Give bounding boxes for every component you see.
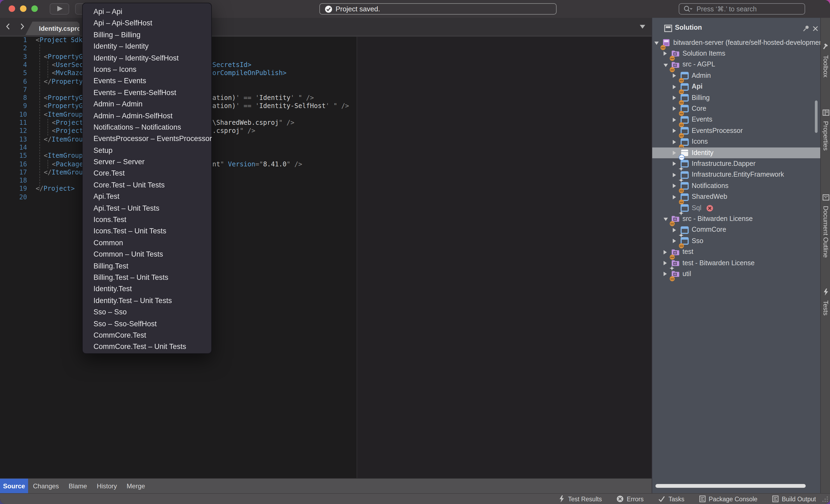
tab-history[interactable]: History [92, 479, 122, 493]
tree-item-bitwarden-server-feature-self-hosted-development[interactable]: bitwarden-server (feature/self-hosted-de… [652, 37, 820, 48]
expand-arrow-icon[interactable] [664, 250, 667, 254]
close-panel-icon[interactable] [812, 25, 819, 32]
tree-item-icons[interactable]: Icons [652, 136, 820, 147]
config-menu-item-identity-test[interactable]: Identity.Test [83, 283, 211, 295]
tree-item-core[interactable]: Core [652, 103, 820, 114]
tree-item-src-agpl[interactable]: src - AGPL [652, 59, 820, 70]
expand-arrow-icon[interactable] [664, 52, 667, 56]
dock-tab-toolbox[interactable]: Toolbox [821, 43, 830, 77]
collapse-arrow-icon[interactable] [655, 42, 659, 45]
expand-arrow-icon[interactable] [673, 96, 676, 100]
panel-vertical-scrollbar[interactable] [815, 100, 818, 133]
run-button[interactable] [50, 3, 69, 14]
config-menu-item-core-test[interactable]: Core.Test [83, 168, 211, 179]
config-menu-item-eventsprocessor-eventsprocessor[interactable]: EventsProcessor – EventsProcessor [83, 133, 211, 145]
expand-arrow-icon[interactable] [673, 107, 676, 111]
config-menu-item-api-test-unit-tests[interactable]: Api.Test – Unit Tests [83, 202, 211, 214]
tree-item-identity[interactable]: Identity [652, 147, 820, 159]
panel-horizontal-scrollbar[interactable] [656, 484, 806, 488]
expand-arrow-icon[interactable] [664, 272, 667, 276]
config-menu-item-notifications-notifications[interactable]: Notifications – Notifications [83, 122, 211, 133]
resize-grip-icon[interactable] [822, 496, 828, 502]
expand-arrow-icon[interactable] [673, 118, 676, 122]
config-menu-item-icons-test-unit-tests[interactable]: Icons.Test – Unit Tests [83, 226, 211, 237]
config-menu-item-billing-test[interactable]: Billing.Test [83, 260, 211, 272]
close-window-button[interactable] [9, 5, 15, 12]
config-menu-item-admin-admin-selfhost[interactable]: Admin – Admin-SelfHost [83, 110, 211, 122]
expand-arrow-icon[interactable] [673, 195, 676, 199]
tree-item-sharedweb[interactable]: SharedWeb [652, 192, 820, 203]
zoom-window-button[interactable] [31, 5, 38, 12]
tree-item-infrastructure-dapper[interactable]: Infrastructure.Dapper [652, 159, 820, 170]
expand-arrow-icon[interactable] [673, 173, 676, 177]
dock-tab-tests[interactable]: Tests [821, 288, 830, 315]
expand-arrow-icon[interactable] [673, 73, 676, 78]
tree-item-events[interactable]: Events [652, 114, 820, 126]
global-search-field[interactable] [679, 3, 805, 14]
pin-panel-icon[interactable] [802, 25, 809, 32]
config-menu-item-server-server[interactable]: Server – Server [83, 156, 211, 168]
config-menu-item-commcore-test[interactable]: CommCore.Test [83, 330, 211, 341]
config-menu-item-identity-identity-selfhost[interactable]: Identity – Identity-SelfHost [83, 52, 211, 64]
expand-arrow-icon[interactable] [673, 184, 676, 188]
expand-arrow-icon[interactable] [664, 261, 667, 265]
config-menu-item-identity-identity[interactable]: Identity – Identity [83, 40, 211, 52]
config-menu-item-billing-billing[interactable]: Billing – Billing [83, 29, 211, 41]
config-menu-item-icons-icons[interactable]: Icons – Icons [83, 64, 211, 75]
tree-item-commcore[interactable]: CommCore [652, 225, 820, 236]
config-menu-item-api-test[interactable]: Api.Test [83, 191, 211, 203]
dock-tab-properties[interactable]: Properties [821, 109, 830, 150]
expand-arrow-icon[interactable] [673, 85, 676, 89]
minimize-window-button[interactable] [20, 5, 27, 12]
tree-item-solution-items[interactable]: Solution Items [652, 48, 820, 59]
config-menu-item-common-unit-tests[interactable]: Common – Unit Tests [83, 248, 211, 260]
status-item-build-output[interactable]: Build Output [772, 495, 816, 502]
tree-item-admin[interactable]: Admin [652, 70, 820, 81]
expand-arrow-icon[interactable] [673, 239, 676, 243]
tree-item-api[interactable]: Api [652, 81, 820, 92]
expand-arrow-icon[interactable] [673, 162, 676, 166]
config-menu-item-setup[interactable]: Setup [83, 144, 211, 156]
dock-tab-document-outline[interactable]: Document Outline [821, 193, 830, 258]
config-menu-item-sso-sso[interactable]: Sso – Sso [83, 306, 211, 318]
collapse-arrow-icon[interactable] [664, 218, 668, 221]
tree-item-eventsprocessor[interactable]: EventsProcessor [652, 125, 820, 136]
tree-item-sql[interactable]: Sql [652, 203, 820, 214]
tab-blame[interactable]: Blame [64, 479, 92, 493]
tree-item-test-bitwarden-license[interactable]: test - Bitwarden License [652, 258, 820, 269]
tree-item-test[interactable]: test [652, 246, 820, 258]
tree-item-src-bitwarden-license[interactable]: src - Bitwarden License [652, 214, 820, 225]
config-menu-item-core-test-unit-tests[interactable]: Core.Test – Unit Tests [83, 179, 211, 191]
tree-item-infrastructure-entityframework[interactable]: Infrastructure.EntityFramework [652, 170, 820, 181]
navigate-back-button[interactable] [4, 23, 12, 30]
config-menu-item-events-events[interactable]: Events – Events [83, 75, 211, 87]
tab-identity-csproj[interactable]: Identity.csproj [25, 22, 79, 35]
config-menu-item-common[interactable]: Common [83, 237, 211, 249]
status-item-tasks[interactable]: Tasks [658, 496, 684, 502]
status-item-errors[interactable]: Errors [616, 495, 644, 502]
expand-arrow-icon[interactable] [673, 151, 676, 155]
search-input[interactable] [696, 5, 790, 13]
config-menu-item-api-api[interactable]: Api – Api [83, 6, 211, 18]
tab-source[interactable]: Source [0, 479, 28, 493]
collapse-arrow-icon[interactable] [664, 64, 668, 67]
tab-changes[interactable]: Changes [28, 479, 64, 493]
config-menu-item-commcore-test-unit-tests[interactable]: CommCore.Test – Unit Tests [83, 341, 211, 353]
config-menu-item-api-api-selfhost[interactable]: Api – Api-SelfHost [83, 18, 211, 29]
tree-item-util[interactable]: util [652, 269, 820, 280]
expand-arrow-icon[interactable] [673, 129, 676, 133]
tree-item-notifications[interactable]: Notifications [652, 180, 820, 192]
status-item-test-results[interactable]: Test Results [559, 495, 602, 502]
config-menu-item-events-events-selfhost[interactable]: Events – Events-SelfHost [83, 87, 211, 98]
tab-list-dropdown-icon[interactable] [640, 25, 645, 29]
expand-arrow-icon[interactable] [673, 140, 676, 144]
status-item-package-console[interactable]: Package Console [699, 495, 757, 502]
navigate-forward-button[interactable] [19, 23, 26, 30]
tab-merge[interactable]: Merge [122, 479, 150, 493]
config-menu-item-identity-test-unit-tests[interactable]: Identity.Test – Unit Tests [83, 295, 211, 307]
config-menu-item-icons-test[interactable]: Icons.Test [83, 214, 211, 226]
config-menu-item-admin-admin[interactable]: Admin – Admin [83, 98, 211, 110]
config-menu-item-billing-test-unit-tests[interactable]: Billing.Test – Unit Tests [83, 272, 211, 283]
tree-item-sso[interactable]: Sso [652, 236, 820, 246]
expand-arrow-icon[interactable] [673, 228, 676, 232]
